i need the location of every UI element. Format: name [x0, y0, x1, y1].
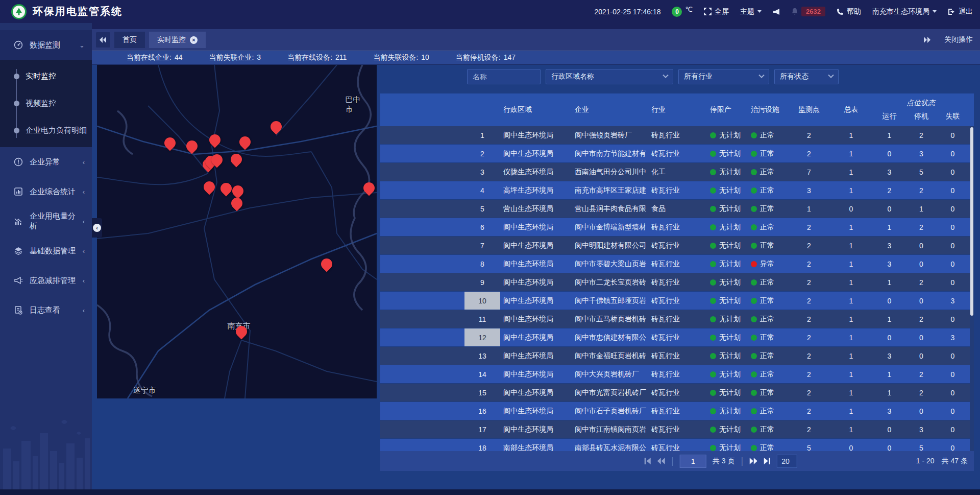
name-filter-input[interactable] [467, 69, 541, 84]
row-index: 7 [464, 242, 500, 250]
page-size-select[interactable]: 20 [777, 455, 797, 468]
table-row[interactable]: 8阆中生态环境局阆中市枣碧大梁山页岩砖瓦行业无计划异常21300 [380, 255, 974, 273]
table-row[interactable]: 3仪陇生态环境局西南油气田分公司川中化工无计划正常71350 [380, 163, 974, 181]
table-row[interactable]: 4高坪生态环境局南充市高坪区王家店建砖瓦行业无计划正常31220 [380, 181, 974, 200]
temperature-value: 0 [672, 7, 682, 17]
temperature-widget: 0 ℃ [672, 7, 693, 17]
table-row[interactable]: 12阆中生态环境局阆中市忠信建材有限公砖瓦行业无计划正常21003 [380, 328, 974, 347]
cell-monitor-count: 2 [789, 131, 829, 139]
cell-facility-status: 正常 [748, 168, 789, 177]
cell-lost-count: 3 [937, 334, 969, 342]
table-row[interactable]: 5营山生态环境局营山县润丰肉食品有限食品无计划正常10010 [380, 200, 974, 218]
stat-lost-devices: 当前失联设备:10 [373, 53, 429, 62]
last-page-button[interactable] [764, 458, 771, 464]
sidebar-item-log-view[interactable]: 日志查看 ‹ [0, 295, 92, 325]
fullscreen-button[interactable]: 全屏 [704, 7, 729, 16]
table-row[interactable]: 1阆中生态环境局阆中强锐页岩砖厂砖瓦行业无计划正常21120 [380, 126, 974, 145]
double-chevron-right-icon [749, 458, 757, 464]
sound-mute-button[interactable] [773, 8, 780, 15]
table-row[interactable]: 18南部生态环境局南部县砖瓦水泥有限公砖瓦行业无计划正常50050 [380, 439, 974, 451]
scrollbar-thumb[interactable] [970, 127, 973, 316]
status-filter-select[interactable]: 所有状态 [774, 69, 839, 84]
table-row[interactable]: 15阆中生态环境局阆中市光富页岩机砖厂砖瓦行业无计划正常21120 [380, 384, 974, 402]
cell-monitor-count: 2 [789, 278, 829, 287]
sidebar-item-base-data[interactable]: 基础数据管理 ‹ [0, 236, 92, 266]
cell-monitor-count: 2 [789, 150, 829, 158]
cell-industry: 砖瓦行业 [648, 296, 707, 305]
status-dot-green [751, 298, 757, 304]
sidebar-item-emergency-reduction[interactable]: 应急减排管理 ‹ [0, 266, 92, 295]
org-selector[interactable]: 南充市生态环境局 [872, 7, 937, 16]
chevron-down-icon: ⌄ [79, 41, 85, 49]
tab-strip: 首页 实时监控 × 关闭操作 [92, 23, 980, 51]
sidebar-item-company-abnormal[interactable]: 企业异常 ‹ [0, 147, 92, 177]
table-row[interactable]: 6阆中生态环境局阆中市金博瑞新型墙材砖瓦行业无计划正常21120 [380, 218, 974, 237]
region-filter-select[interactable]: 行政区域名称 [546, 69, 673, 84]
status-dot-green [710, 206, 716, 212]
cell-lost-count: 0 [937, 223, 969, 231]
cell-monitor-count: 3 [789, 186, 829, 195]
cell-stop-status: 无计划 [707, 278, 748, 287]
status-dot-green [710, 316, 716, 322]
logout-button[interactable]: 退出 [948, 7, 973, 16]
cell-lost-count: 0 [937, 150, 969, 158]
first-page-icon [644, 458, 651, 464]
cell-facility-status: 正常 [748, 278, 789, 287]
chevron-down-icon [828, 73, 834, 78]
sidebar-collapse-button[interactable]: ‹ [92, 218, 102, 238]
close-icon[interactable]: × [190, 36, 198, 44]
theme-menu[interactable]: 主题 [740, 7, 762, 16]
cell-lost-count: 0 [937, 278, 969, 287]
table-row[interactable]: 11阆中生态环境局阆中市五马桥页岩机砖砖瓦行业无计划正常21120 [380, 310, 974, 328]
next-page-button[interactable] [749, 458, 757, 464]
cell-stop-status: 无计划 [707, 186, 748, 195]
table-row[interactable]: 14阆中生态环境局阆中大兴页岩机砖厂砖瓦行业无计划正常21120 [380, 365, 974, 384]
status-dot-green [710, 243, 716, 249]
cell-run-count: 3 [873, 242, 906, 250]
page-number-input[interactable] [680, 455, 706, 468]
col-header-lost: 失联 [937, 112, 969, 121]
cell-facility-status: 正常 [748, 351, 789, 361]
table-row[interactable]: 17阆中生态环境局阆中市江南镇阆南页岩砖瓦行业无计划正常21030 [380, 420, 974, 439]
industry-filter-select[interactable]: 所有行业 [678, 69, 769, 84]
cell-region: 阆中生态环境局 [500, 223, 572, 232]
cell-meter-count: 1 [829, 389, 873, 397]
table-row[interactable]: 2阆中生态环境局阆中市南方节能建材有砖瓦行业无计划正常21030 [380, 145, 974, 163]
table-row[interactable]: 9阆中生态环境局阆中市二龙长宝页岩砖砖瓦行业无计划正常21120 [380, 273, 974, 292]
sidebar-item-realtime-monitor[interactable]: 实时监控 [0, 63, 92, 90]
help-button[interactable]: 帮助 [837, 7, 861, 16]
range-label: 1 - 20 [916, 457, 935, 466]
cell-halt-count: 2 [906, 131, 937, 139]
double-chevron-left-icon [100, 37, 107, 43]
cell-facility-status: 正常 [748, 149, 789, 158]
tabs-scroll-left-button[interactable] [96, 32, 110, 48]
cell-run-count: 1 [873, 370, 906, 379]
tab-home[interactable]: 首页 [114, 32, 145, 48]
sidebar-item-video-monitor[interactable]: 视频监控 [0, 90, 92, 117]
map-panel[interactable]: 巴中市南充市遂宁市 [97, 65, 377, 398]
sidebar-item-power-analysis[interactable]: 企业用电量分析 ‹ [0, 206, 92, 236]
chevron-left-icon: ‹ [83, 158, 85, 166]
first-page-button[interactable] [644, 458, 651, 464]
cell-company: 西南油气田分公司川中 [572, 168, 648, 177]
tab-realtime-monitor[interactable]: 实时监控 × [149, 32, 206, 48]
status-dot-green [710, 132, 716, 138]
cell-facility-status: 正常 [748, 223, 789, 232]
prev-page-button[interactable] [657, 458, 665, 464]
stat-online-companies: 当前在线企业:44 [127, 53, 182, 62]
map-city-label: 巴中市 [346, 95, 366, 114]
close-operations-menu[interactable]: 关闭操作 [944, 35, 973, 44]
table-body: 1阆中生态环境局阆中强锐页岩砖厂砖瓦行业无计划正常211202阆中生态环境局阆中… [380, 126, 974, 451]
table-row[interactable]: 10阆中生态环境局阆中千佛镇五郎垭页岩砖瓦行业无计划正常21003 [380, 292, 974, 310]
vertical-scrollbar[interactable] [970, 126, 974, 451]
status-dot-red [751, 261, 757, 267]
status-dot-green [710, 187, 716, 194]
sidebar-item-data-monitor[interactable]: 数据监测 ⌄ [0, 30, 92, 60]
table-row[interactable]: 16阆中生态环境局阆中市石子页岩机砖厂砖瓦行业无计划正常21300 [380, 402, 974, 420]
sidebar-item-company-statistics[interactable]: 企业综合统计 ‹ [0, 177, 92, 206]
table-row[interactable]: 7阆中生态环境局阆中明阳建材有限公司砖瓦行业无计划正常21300 [380, 237, 974, 255]
table-row[interactable]: 13阆中生态环境局阆中市金福旺页岩机砖砖瓦行业无计划正常21300 [380, 347, 974, 365]
tabs-scroll-right-button[interactable] [924, 37, 931, 43]
notification-area[interactable]: 2632 [791, 7, 825, 16]
sidebar-item-power-load-detail[interactable]: 企业电力负荷明细 [0, 117, 92, 144]
